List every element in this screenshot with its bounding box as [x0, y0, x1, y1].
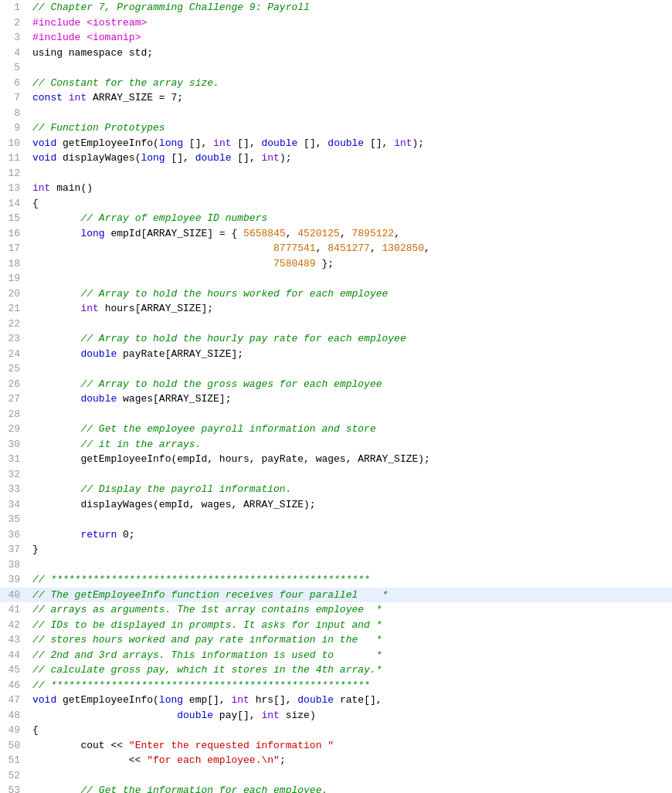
code-token: double — [262, 137, 298, 149]
code-token — [32, 303, 80, 314]
line-content: // Get the employee payroll information … — [28, 422, 672, 437]
code-token: double — [177, 710, 213, 721]
code-token: empId[ARRAY_SIZE] = { — [105, 228, 243, 239]
code-line: 50 cout << "Enter the requested informat… — [0, 738, 672, 754]
code-token: // IDs to be displayed in prompts. It as… — [32, 619, 382, 631]
line-content — [28, 768, 672, 784]
code-line: 15 // Array of employee ID numbers — [0, 211, 672, 226]
code-token: ; — [280, 754, 286, 766]
code-token: void — [32, 137, 56, 149]
code-token: [], — [165, 152, 195, 164]
line-content: long empId[ARRAY_SIZE] = { 5658845, 4520… — [28, 226, 672, 242]
code-token: int — [262, 152, 280, 164]
code-token: void — [32, 694, 56, 706]
code-line: 19 — [0, 271, 672, 286]
code-token: }; — [316, 258, 334, 269]
code-token: int — [69, 92, 87, 103]
line-number: 17 — [0, 241, 28, 256]
code-line: 4using namespace std; — [0, 46, 672, 61]
code-token: // Get the employee payroll information … — [80, 423, 375, 435]
code-token: [], — [231, 137, 261, 149]
line-number: 16 — [0, 226, 28, 242]
line-content: // Array to hold the hours worked for ea… — [28, 286, 672, 302]
code-token: 5658845 — [243, 228, 286, 239]
code-token: main() — [50, 182, 93, 194]
code-token: // Array to hold the gross wages for eac… — [80, 378, 382, 390]
code-token — [32, 258, 273, 269]
code-token: emp[], — [183, 694, 231, 706]
line-number: 36 — [0, 527, 28, 543]
code-token: [], — [297, 137, 328, 149]
line-number: 42 — [0, 618, 28, 633]
code-line: 40// The getEmployeeInfo function receiv… — [0, 588, 672, 603]
code-line: 28 — [0, 407, 672, 422]
line-number: 23 — [0, 331, 28, 347]
code-token: getEmployeeInfo( — [56, 694, 159, 706]
code-line: 34 displayWages(empId, wages, ARRAY_SIZE… — [0, 497, 672, 513]
line-number: 32 — [0, 467, 28, 483]
line-number: 19 — [0, 271, 28, 286]
line-number: 30 — [0, 437, 28, 452]
line-number: 47 — [0, 693, 28, 708]
code-token: ARRAY_SIZE = 7; — [87, 92, 183, 103]
code-line: 45// calculate gross pay, which it store… — [0, 663, 672, 678]
code-token: long — [159, 694, 183, 706]
code-table: 1// Chapter 7, Programming Challenge 9: … — [0, 0, 672, 793]
code-token — [32, 423, 80, 435]
code-line: 53 // Get the information for each emplo… — [0, 783, 672, 793]
code-token — [32, 393, 80, 405]
code-token: using namespace std; — [32, 47, 153, 59]
code-line: 41// arrays as arguments. The 1st array … — [0, 602, 672, 618]
code-token: // Display the payroll information. — [80, 483, 291, 495]
code-token — [32, 333, 80, 344]
code-line: 24 double payRate[ARRAY_SIZE]; — [0, 347, 672, 362]
line-number: 52 — [0, 768, 28, 784]
code-token — [32, 348, 80, 360]
code-token: , — [340, 228, 352, 239]
line-content: #include <iomanip> — [28, 30, 672, 46]
code-token: <iomanip> — [87, 32, 141, 43]
code-token: // calculate gross pay, which it stores … — [32, 664, 382, 676]
code-token: 7895122 — [352, 228, 395, 239]
line-number: 41 — [0, 602, 28, 618]
line-number: 3 — [0, 30, 28, 46]
code-token: // 2nd and 3rd arrays. This information … — [32, 649, 382, 661]
code-line: 26 // Array to hold the gross wages for … — [0, 377, 672, 392]
code-token: int — [80, 303, 98, 314]
code-line: 52 — [0, 768, 672, 784]
line-content: // Array of employee ID numbers — [28, 211, 672, 226]
line-content — [28, 361, 672, 377]
code-line: 37} — [0, 542, 672, 557]
line-content: { — [28, 196, 672, 212]
code-token: << — [32, 754, 147, 766]
code-token: [], — [231, 152, 261, 164]
code-line: 43// stores hours worked and pay rate in… — [0, 632, 672, 648]
code-container: 1// Chapter 7, Programming Challenge 9: … — [0, 0, 672, 793]
line-content: // Array to hold the hourly pay rate for… — [28, 331, 672, 347]
code-token: double — [80, 348, 117, 360]
line-number: 13 — [0, 181, 28, 196]
line-content — [28, 512, 672, 527]
code-line: 33 // Display the payroll information. — [0, 482, 672, 497]
code-token: { — [32, 198, 39, 209]
code-token — [32, 212, 80, 224]
code-line: 27 double wages[ARRAY_SIZE]; — [0, 391, 672, 407]
code-token: } — [32, 544, 39, 555]
line-number: 51 — [0, 753, 28, 768]
code-line: 48 double pay[], int size) — [0, 708, 672, 724]
line-content — [28, 467, 672, 483]
line-content: // Display the payroll information. — [28, 482, 672, 497]
line-content: displayWages(empId, wages, ARRAY_SIZE); — [28, 497, 672, 513]
line-content: int main() — [28, 181, 672, 196]
line-content: // Function Prototypes — [28, 120, 672, 136]
line-content: const int ARRAY_SIZE = 7; — [28, 90, 672, 106]
code-token: ); — [412, 137, 425, 149]
line-number: 44 — [0, 648, 28, 663]
code-line: 31 getEmployeeInfo(empId, hours, payRate… — [0, 452, 672, 467]
line-content: // The getEmployeeInfo function receives… — [28, 588, 672, 603]
code-line: 49{ — [0, 723, 672, 738]
code-line: 25 — [0, 361, 672, 377]
code-token — [32, 529, 80, 541]
code-token: [], — [183, 137, 213, 149]
line-number: 43 — [0, 632, 28, 648]
